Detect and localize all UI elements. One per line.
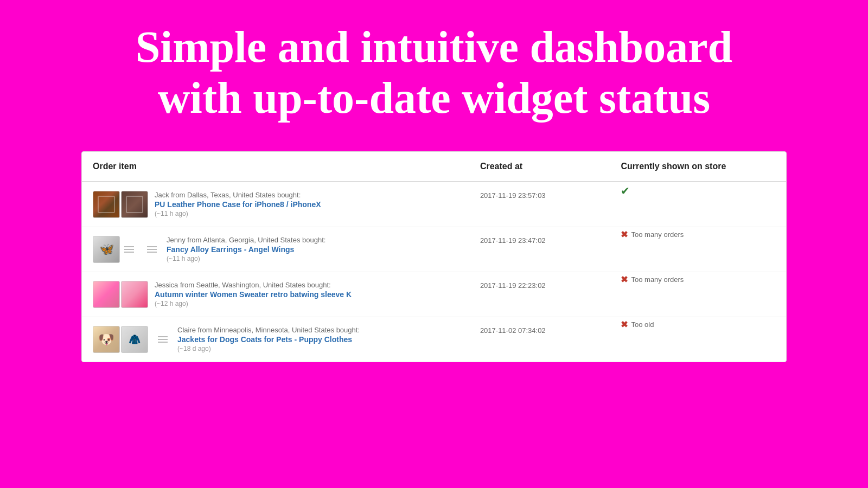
status-cell: ✖ Too many orders (610, 227, 786, 272)
table-row: 🦋 Jenny from Atlanta, Georgia, United St… (82, 227, 786, 272)
buyer-info: Jessica from Seattle, Washington, United… (155, 281, 352, 289)
created-at-cell: 2017-11-19 23:47:02 (469, 227, 610, 272)
status-error: ✖ Too old (621, 319, 775, 330)
order-text: Claire from Minneapolis, Minnesota, Unit… (177, 326, 360, 352)
x-mark-icon: ✖ (621, 319, 628, 330)
product-name[interactable]: Fancy Alloy Earrings - Angel Wings (167, 245, 326, 254)
col-header-created-at: Created at (469, 152, 610, 182)
status-text: Too many orders (631, 230, 684, 239)
status-error: ✖ Too many orders (621, 229, 775, 240)
time-ago: (~11 h ago) (155, 210, 321, 217)
created-at-value: 2017-11-19 23:47:02 (480, 234, 546, 245)
x-mark-icon: ✖ (621, 274, 628, 285)
order-text: Jessica from Seattle, Washington, United… (155, 281, 352, 307)
created-at-value: 2017-11-02 07:34:02 (480, 324, 546, 335)
order-item-cell: Jack from Dallas, Texas, United States b… (82, 182, 469, 227)
status-text: Too many orders (631, 275, 684, 284)
time-ago: (~18 d ago) (177, 345, 360, 352)
time-ago: (~12 h ago) (155, 300, 352, 307)
order-item-cell: 🐶 🧥 Claire from Minneapolis, Minnesota, … (82, 317, 469, 362)
dashboard-table-wrapper: Order item Created at Currently shown on… (81, 151, 787, 362)
col-header-currently-shown: Currently shown on store (610, 152, 786, 182)
hero-title: Simple and intuitive dashboard with up-t… (136, 22, 732, 124)
created-at-cell: 2017-11-19 22:23:02 (469, 272, 610, 317)
status-ok-icon: ✔ (621, 185, 630, 197)
status-text: Too old (631, 320, 654, 329)
created-at-cell: 2017-11-19 23:57:03 (469, 182, 610, 227)
product-name[interactable]: PU Leather Phone Case for iPhone8 / iPho… (155, 200, 321, 209)
created-at-value: 2017-11-19 22:23:02 (480, 279, 546, 290)
buyer-info: Claire from Minneapolis, Minnesota, Unit… (177, 326, 360, 334)
order-item-cell: Jessica from Seattle, Washington, United… (82, 272, 469, 317)
buyer-info: Jack from Dallas, Texas, United States b… (155, 191, 321, 199)
status-cell: ✔ (610, 182, 786, 227)
table-row: 🐶 🧥 Claire from Minneapolis, Minnesota, … (82, 317, 786, 362)
x-mark-icon: ✖ (621, 229, 628, 240)
time-ago: (~11 h ago) (167, 255, 326, 262)
created-at-cell: 2017-11-02 07:34:02 (469, 317, 610, 362)
status-cell: ✖ Too many orders (610, 272, 786, 317)
buyer-info: Jenny from Atlanta, Georgia, United Stat… (167, 236, 326, 244)
table-header-row: Order item Created at Currently shown on… (82, 152, 786, 182)
orders-table: Order item Created at Currently shown on… (82, 152, 786, 362)
product-name[interactable]: Jackets for Dogs Coats for Pets - Puppy … (177, 335, 360, 344)
table-row: Jessica from Seattle, Washington, United… (82, 272, 786, 317)
col-header-order-item: Order item (82, 152, 469, 182)
status-cell: ✖ Too old (610, 317, 786, 362)
status-error: ✖ Too many orders (621, 274, 775, 285)
order-text: Jenny from Atlanta, Georgia, United Stat… (167, 236, 326, 262)
hero-line1: Simple and intuitive dashboard (136, 22, 732, 72)
table-row: Jack from Dallas, Texas, United States b… (82, 182, 786, 227)
hero-line2: with up-to-date widget status (158, 73, 710, 123)
product-name[interactable]: Autumn winter Women Sweater retro batwin… (155, 290, 352, 299)
order-item-cell: 🦋 Jenny from Atlanta, Georgia, United St… (82, 227, 469, 272)
created-at-value: 2017-11-19 23:57:03 (480, 189, 546, 200)
order-text: Jack from Dallas, Texas, United States b… (155, 191, 321, 217)
